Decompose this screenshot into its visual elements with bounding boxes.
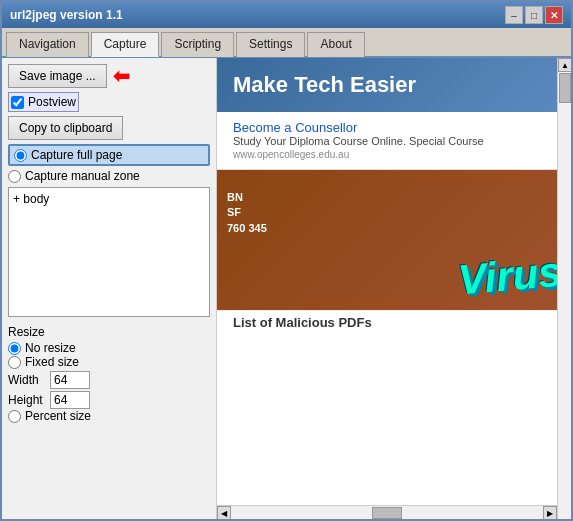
copy-clipboard-button[interactable]: Copy to clipboard	[8, 116, 123, 140]
width-label: Width	[8, 373, 46, 387]
fixed-size-label: Fixed size	[25, 355, 79, 369]
tab-about[interactable]: About	[307, 32, 364, 57]
webpage-ad: Become a Counsellor Study Your Diploma C…	[217, 112, 571, 170]
no-resize-label: No resize	[25, 341, 76, 355]
width-input[interactable]: 64	[50, 371, 90, 389]
width-row: Width 64	[8, 371, 210, 389]
scroll-thumb-h[interactable]	[372, 507, 402, 519]
tree-root-label: + body	[13, 192, 49, 206]
capture-full-row: Capture full page	[8, 144, 210, 166]
window-controls: – □ ✕	[505, 6, 563, 24]
capture-full-radio[interactable]	[14, 149, 27, 162]
webpage-title: Make Tech Easier	[233, 72, 555, 98]
percent-size-label: Percent size	[25, 409, 91, 423]
tab-settings[interactable]: Settings	[236, 32, 305, 57]
resize-section: Resize No resize Fixed size Width 64 Hei…	[8, 325, 210, 423]
no-resize-radio[interactable]	[8, 342, 21, 355]
webpage-preview: Make Tech Easier Become a Counsellor Stu…	[217, 58, 571, 519]
postview-row: Postview	[8, 92, 79, 112]
scroll-right-button[interactable]: ▶	[543, 506, 557, 519]
scroll-up-button[interactable]: ▲	[558, 58, 571, 72]
save-image-button[interactable]: Save image ...	[8, 64, 107, 88]
ad-text: Study Your Diploma Course Online. Specia…	[233, 135, 555, 147]
resize-label: Resize	[8, 325, 210, 339]
percent-size-row: Percent size	[8, 409, 210, 423]
ad-link[interactable]: Become a Counsellor	[233, 120, 555, 135]
capture-radio-group: Capture full page Capture manual zone	[8, 144, 210, 183]
tab-scripting[interactable]: Scripting	[161, 32, 234, 57]
main-content: Save image ... ⬅ Postview Copy to clipbo…	[2, 58, 571, 519]
save-image-row: Save image ... ⬅	[8, 64, 210, 88]
vertical-scrollbar: ▲	[557, 58, 571, 519]
webpage-footer: List of Malicious PDFs	[217, 310, 571, 334]
tabs-bar: Navigation Capture Scripting Settings Ab…	[2, 28, 571, 58]
height-label: Height	[8, 393, 46, 407]
capture-manual-row: Capture manual zone	[8, 169, 210, 183]
scroll-thumb-v[interactable]	[559, 73, 571, 103]
fixed-size-row: Fixed size	[8, 355, 210, 369]
postview-checkbox[interactable]	[11, 96, 24, 109]
capture-manual-radio[interactable]	[8, 170, 21, 183]
arrow-icon: ⬅	[113, 64, 130, 88]
tab-navigation[interactable]: Navigation	[6, 32, 89, 57]
title-bar: url2jpeg version 1.1 – □ ✕	[2, 2, 571, 28]
graffiti-text: Virus	[456, 248, 563, 305]
right-panel: Make Tech Easier Become a Counsellor Stu…	[217, 58, 571, 519]
height-row: Height 64	[8, 391, 210, 409]
tree-root-item: + body	[13, 192, 205, 206]
no-resize-row: No resize	[8, 341, 210, 355]
capture-manual-label: Capture manual zone	[25, 169, 140, 183]
close-button[interactable]: ✕	[545, 6, 563, 24]
height-input[interactable]: 64	[50, 391, 90, 409]
train-text: BN SF 760 345	[227, 190, 267, 236]
tree-box: + body	[8, 187, 210, 317]
scroll-left-button[interactable]: ◀	[217, 506, 231, 519]
minimize-button[interactable]: –	[505, 6, 523, 24]
app-window: url2jpeg version 1.1 – □ ✕ Navigation Ca…	[0, 0, 573, 521]
fixed-size-radio[interactable]	[8, 356, 21, 369]
ad-url: www.opencolleges.edu.au	[233, 149, 349, 160]
postview-label: Postview	[28, 95, 76, 109]
window-title: url2jpeg version 1.1	[10, 8, 123, 22]
webpage-header: Make Tech Easier	[217, 58, 571, 112]
percent-size-radio[interactable]	[8, 410, 21, 423]
tab-capture[interactable]: Capture	[91, 32, 160, 57]
capture-full-label: Capture full page	[31, 148, 122, 162]
left-panel: Save image ... ⬅ Postview Copy to clipbo…	[2, 58, 217, 519]
maximize-button[interactable]: □	[525, 6, 543, 24]
horizontal-scrollbar: ◀ ▶	[217, 505, 557, 519]
webpage-image: BN SF 760 345 Virus	[217, 170, 571, 310]
